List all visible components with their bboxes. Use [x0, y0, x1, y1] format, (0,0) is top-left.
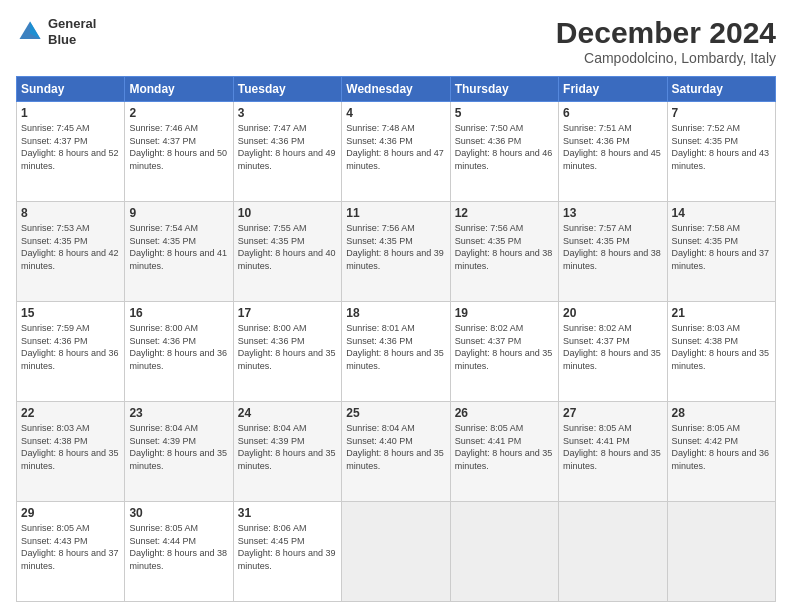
calendar-header-monday: Monday: [125, 77, 233, 102]
day-number: 11: [346, 206, 445, 220]
calendar-cell: 1Sunrise: 7:45 AMSunset: 4:37 PMDaylight…: [17, 102, 125, 202]
calendar-cell: 7Sunrise: 7:52 AMSunset: 4:35 PMDaylight…: [667, 102, 775, 202]
day-info: Sunrise: 7:48 AMSunset: 4:36 PMDaylight:…: [346, 123, 444, 171]
day-number: 24: [238, 406, 337, 420]
calendar-cell: [450, 502, 558, 602]
day-info: Sunrise: 8:05 AMSunset: 4:44 PMDaylight:…: [129, 523, 227, 571]
day-info: Sunrise: 7:46 AMSunset: 4:37 PMDaylight:…: [129, 123, 227, 171]
day-info: Sunrise: 7:47 AMSunset: 4:36 PMDaylight:…: [238, 123, 336, 171]
day-info: Sunrise: 8:05 AMSunset: 4:41 PMDaylight:…: [455, 423, 553, 471]
day-info: Sunrise: 7:59 AMSunset: 4:36 PMDaylight:…: [21, 323, 119, 371]
calendar-cell: 14Sunrise: 7:58 AMSunset: 4:35 PMDayligh…: [667, 202, 775, 302]
calendar-week-2: 15Sunrise: 7:59 AMSunset: 4:36 PMDayligh…: [17, 302, 776, 402]
logo-text: General Blue: [48, 16, 96, 47]
month-title: December 2024: [556, 16, 776, 50]
day-number: 27: [563, 406, 662, 420]
calendar-cell: 26Sunrise: 8:05 AMSunset: 4:41 PMDayligh…: [450, 402, 558, 502]
calendar-cell: [667, 502, 775, 602]
calendar-header-tuesday: Tuesday: [233, 77, 341, 102]
day-info: Sunrise: 8:05 AMSunset: 4:42 PMDaylight:…: [672, 423, 770, 471]
calendar-header-friday: Friday: [559, 77, 667, 102]
day-number: 16: [129, 306, 228, 320]
day-info: Sunrise: 7:58 AMSunset: 4:35 PMDaylight:…: [672, 223, 770, 271]
day-number: 7: [672, 106, 771, 120]
title-block: December 2024 Campodolcino, Lombardy, It…: [556, 16, 776, 66]
calendar-week-3: 22Sunrise: 8:03 AMSunset: 4:38 PMDayligh…: [17, 402, 776, 502]
day-number: 9: [129, 206, 228, 220]
day-number: 18: [346, 306, 445, 320]
location-title: Campodolcino, Lombardy, Italy: [556, 50, 776, 66]
day-number: 19: [455, 306, 554, 320]
day-number: 1: [21, 106, 120, 120]
calendar-cell: 10Sunrise: 7:55 AMSunset: 4:35 PMDayligh…: [233, 202, 341, 302]
day-info: Sunrise: 7:52 AMSunset: 4:35 PMDaylight:…: [672, 123, 770, 171]
logo-line2: Blue: [48, 32, 96, 48]
calendar-cell: 18Sunrise: 8:01 AMSunset: 4:36 PMDayligh…: [342, 302, 450, 402]
day-info: Sunrise: 8:00 AMSunset: 4:36 PMDaylight:…: [129, 323, 227, 371]
calendar-cell: 21Sunrise: 8:03 AMSunset: 4:38 PMDayligh…: [667, 302, 775, 402]
day-info: Sunrise: 8:02 AMSunset: 4:37 PMDaylight:…: [455, 323, 553, 371]
day-number: 29: [21, 506, 120, 520]
day-info: Sunrise: 8:03 AMSunset: 4:38 PMDaylight:…: [21, 423, 119, 471]
calendar-cell: 12Sunrise: 7:56 AMSunset: 4:35 PMDayligh…: [450, 202, 558, 302]
logo-line1: General: [48, 16, 96, 32]
calendar-cell: 30Sunrise: 8:05 AMSunset: 4:44 PMDayligh…: [125, 502, 233, 602]
day-info: Sunrise: 7:45 AMSunset: 4:37 PMDaylight:…: [21, 123, 119, 171]
day-info: Sunrise: 7:56 AMSunset: 4:35 PMDaylight:…: [346, 223, 444, 271]
calendar-header-thursday: Thursday: [450, 77, 558, 102]
day-number: 23: [129, 406, 228, 420]
calendar-cell: 28Sunrise: 8:05 AMSunset: 4:42 PMDayligh…: [667, 402, 775, 502]
day-info: Sunrise: 8:02 AMSunset: 4:37 PMDaylight:…: [563, 323, 661, 371]
day-number: 8: [21, 206, 120, 220]
calendar-cell: 2Sunrise: 7:46 AMSunset: 4:37 PMDaylight…: [125, 102, 233, 202]
day-number: 3: [238, 106, 337, 120]
page: General Blue December 2024 Campodolcino,…: [0, 0, 792, 612]
day-number: 21: [672, 306, 771, 320]
calendar-cell: 27Sunrise: 8:05 AMSunset: 4:41 PMDayligh…: [559, 402, 667, 502]
day-number: 31: [238, 506, 337, 520]
calendar-cell: 23Sunrise: 8:04 AMSunset: 4:39 PMDayligh…: [125, 402, 233, 502]
day-info: Sunrise: 8:05 AMSunset: 4:43 PMDaylight:…: [21, 523, 119, 571]
calendar-cell: 19Sunrise: 8:02 AMSunset: 4:37 PMDayligh…: [450, 302, 558, 402]
day-number: 13: [563, 206, 662, 220]
day-number: 22: [21, 406, 120, 420]
calendar-header-sunday: Sunday: [17, 77, 125, 102]
calendar-cell: 5Sunrise: 7:50 AMSunset: 4:36 PMDaylight…: [450, 102, 558, 202]
calendar-cell: 15Sunrise: 7:59 AMSunset: 4:36 PMDayligh…: [17, 302, 125, 402]
calendar-cell: [559, 502, 667, 602]
day-number: 6: [563, 106, 662, 120]
day-info: Sunrise: 7:56 AMSunset: 4:35 PMDaylight:…: [455, 223, 553, 271]
calendar-week-4: 29Sunrise: 8:05 AMSunset: 4:43 PMDayligh…: [17, 502, 776, 602]
calendar-cell: 22Sunrise: 8:03 AMSunset: 4:38 PMDayligh…: [17, 402, 125, 502]
day-info: Sunrise: 8:04 AMSunset: 4:40 PMDaylight:…: [346, 423, 444, 471]
day-info: Sunrise: 7:51 AMSunset: 4:36 PMDaylight:…: [563, 123, 661, 171]
day-info: Sunrise: 7:55 AMSunset: 4:35 PMDaylight:…: [238, 223, 336, 271]
day-info: Sunrise: 8:04 AMSunset: 4:39 PMDaylight:…: [129, 423, 227, 471]
day-info: Sunrise: 8:04 AMSunset: 4:39 PMDaylight:…: [238, 423, 336, 471]
day-info: Sunrise: 7:50 AMSunset: 4:36 PMDaylight:…: [455, 123, 553, 171]
calendar-header-row: SundayMondayTuesdayWednesdayThursdayFrid…: [17, 77, 776, 102]
day-info: Sunrise: 8:03 AMSunset: 4:38 PMDaylight:…: [672, 323, 770, 371]
day-info: Sunrise: 7:53 AMSunset: 4:35 PMDaylight:…: [21, 223, 119, 271]
day-number: 2: [129, 106, 228, 120]
day-number: 15: [21, 306, 120, 320]
day-info: Sunrise: 8:06 AMSunset: 4:45 PMDaylight:…: [238, 523, 336, 571]
calendar-cell: 11Sunrise: 7:56 AMSunset: 4:35 PMDayligh…: [342, 202, 450, 302]
day-number: 4: [346, 106, 445, 120]
header: General Blue December 2024 Campodolcino,…: [16, 16, 776, 66]
day-number: 20: [563, 306, 662, 320]
day-info: Sunrise: 8:05 AMSunset: 4:41 PMDaylight:…: [563, 423, 661, 471]
day-info: Sunrise: 7:54 AMSunset: 4:35 PMDaylight:…: [129, 223, 227, 271]
day-number: 28: [672, 406, 771, 420]
calendar-cell: 31Sunrise: 8:06 AMSunset: 4:45 PMDayligh…: [233, 502, 341, 602]
day-number: 30: [129, 506, 228, 520]
day-info: Sunrise: 8:01 AMSunset: 4:36 PMDaylight:…: [346, 323, 444, 371]
day-number: 10: [238, 206, 337, 220]
calendar-cell: 9Sunrise: 7:54 AMSunset: 4:35 PMDaylight…: [125, 202, 233, 302]
logo-icon: [16, 18, 44, 46]
calendar-cell: 24Sunrise: 8:04 AMSunset: 4:39 PMDayligh…: [233, 402, 341, 502]
calendar-cell: 16Sunrise: 8:00 AMSunset: 4:36 PMDayligh…: [125, 302, 233, 402]
day-number: 14: [672, 206, 771, 220]
calendar-cell: 29Sunrise: 8:05 AMSunset: 4:43 PMDayligh…: [17, 502, 125, 602]
calendar-header-saturday: Saturday: [667, 77, 775, 102]
